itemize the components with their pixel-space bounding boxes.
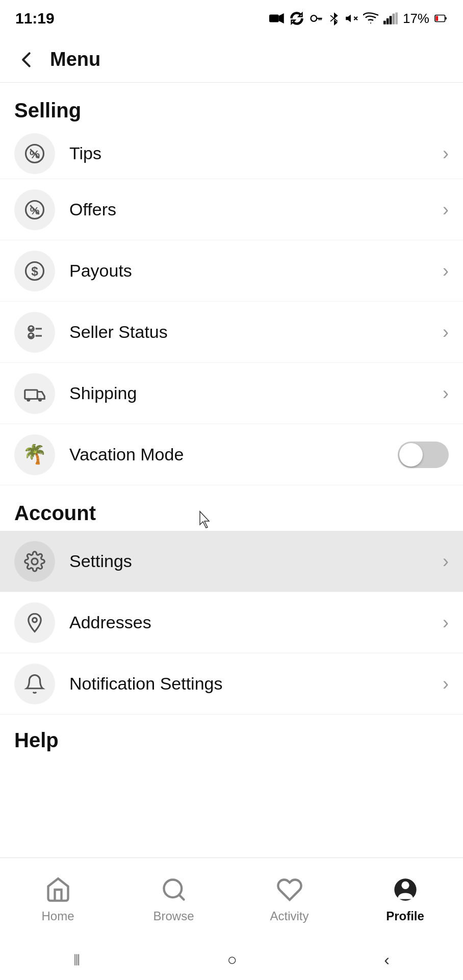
- wifi-icon: [363, 11, 378, 26]
- settings-icon-circle: [14, 541, 55, 582]
- browse-icon: [159, 874, 189, 905]
- home-label: Home: [41, 909, 74, 923]
- menu-item-settings[interactable]: Settings ›: [0, 531, 463, 592]
- svg-rect-18: [436, 16, 438, 21]
- nav-item-home[interactable]: Home: [0, 874, 116, 923]
- offers-icon: %: [24, 199, 45, 220]
- status-bar: 11:19 17%: [0, 0, 463, 37]
- help-section-header: Help: [0, 715, 463, 752]
- refresh-icon: [290, 11, 304, 26]
- key-icon: [309, 11, 323, 26]
- header: Menu: [0, 37, 463, 83]
- home-icon: [43, 874, 73, 905]
- status-icons: 17%: [269, 11, 448, 27]
- bottom-nav: Home Browse Activity Profile: [0, 857, 463, 939]
- svg-marker-8: [346, 14, 351, 22]
- settings-label: Settings: [69, 551, 443, 571]
- svg-rect-31: [25, 390, 38, 399]
- notification-settings-chevron: ›: [443, 673, 449, 695]
- payouts-chevron: ›: [443, 260, 449, 282]
- back-arrow-icon: [17, 50, 37, 69]
- offers-icon-circle: %: [14, 189, 55, 230]
- menu-item-addresses[interactable]: Addresses ›: [0, 592, 463, 653]
- browse-label: Browse: [153, 909, 194, 923]
- svg-rect-12: [387, 18, 389, 24]
- svg-line-38: [179, 895, 184, 899]
- addresses-label: Addresses: [69, 612, 443, 632]
- svg-marker-1: [279, 13, 284, 23]
- notification-settings-icon-circle: [14, 664, 55, 704]
- bluetooth-icon: [328, 11, 340, 26]
- mute-icon: [345, 11, 358, 26]
- profile-label: Profile: [386, 909, 424, 923]
- svg-rect-0: [269, 15, 279, 22]
- profile-icon: [390, 874, 421, 905]
- settings-chevron: ›: [443, 551, 449, 572]
- seller-status-label: Seller Status: [69, 322, 443, 342]
- nav-item-activity[interactable]: Activity: [232, 874, 347, 923]
- svg-point-2: [311, 15, 317, 21]
- svg-text:🌴: 🌴: [24, 444, 45, 465]
- android-home-button[interactable]: ○: [227, 950, 237, 969]
- tips-icon-circle: %: [14, 133, 55, 174]
- shipping-icon-circle: [14, 373, 55, 414]
- nav-item-browse[interactable]: Browse: [116, 874, 232, 923]
- vacation-mode-icon-circle: 🌴: [14, 434, 55, 475]
- svg-rect-17: [445, 17, 447, 19]
- selling-section-header: Selling: [0, 83, 463, 128]
- svg-point-33: [38, 398, 42, 401]
- menu-item-tips[interactable]: % Tips ›: [0, 128, 463, 179]
- status-time: 11:19: [15, 10, 55, 27]
- menu-title: Menu: [50, 48, 100, 70]
- activity-label: Activity: [270, 909, 308, 923]
- svg-rect-11: [383, 21, 386, 24]
- seller-status-chevron: ›: [443, 322, 449, 343]
- menu-item-notification-settings[interactable]: Notification Settings ›: [0, 653, 463, 715]
- seller-status-icon: [24, 322, 45, 343]
- android-nav-bar: ⦀ ○ ‹: [0, 939, 463, 980]
- menu-item-shipping[interactable]: Shipping ›: [0, 363, 463, 424]
- video-icon: [269, 12, 285, 24]
- menu-item-payouts[interactable]: $ Payouts ›: [0, 240, 463, 302]
- main-content: Selling % Tips › % Offers ›: [0, 83, 463, 857]
- account-section-header: Account: [0, 485, 463, 531]
- tips-chevron: ›: [443, 143, 449, 164]
- toggle-knob: [399, 443, 423, 467]
- svg-point-35: [32, 558, 38, 564]
- addresses-chevron: ›: [443, 612, 449, 633]
- menu-item-vacation-mode[interactable]: 🌴 Vacation Mode: [0, 424, 463, 485]
- shipping-chevron: ›: [443, 383, 449, 404]
- signal-icon: [383, 11, 398, 26]
- svg-rect-15: [395, 12, 398, 24]
- svg-point-36: [33, 618, 37, 622]
- menu-item-seller-status[interactable]: Seller Status ›: [0, 302, 463, 363]
- offers-label: Offers: [69, 200, 443, 219]
- tips-icon: %: [24, 143, 45, 164]
- svg-rect-14: [392, 14, 395, 24]
- settings-icon: [24, 551, 45, 572]
- battery-text: 17%: [403, 11, 429, 27]
- shipping-icon: [24, 383, 45, 404]
- notification-settings-icon: [24, 673, 45, 695]
- svg-point-32: [27, 398, 30, 401]
- menu-item-offers[interactable]: % Offers ›: [0, 179, 463, 240]
- payouts-label: Payouts: [69, 261, 443, 281]
- vacation-mode-toggle[interactable]: [398, 442, 449, 468]
- android-recent-button[interactable]: ⦀: [73, 950, 80, 969]
- svg-text:$: $: [31, 264, 38, 278]
- battery-icon: [434, 12, 448, 25]
- addresses-icon-circle: [14, 602, 55, 643]
- nav-item-profile[interactable]: Profile: [347, 874, 463, 923]
- offers-chevron: ›: [443, 199, 449, 220]
- addresses-icon: [24, 612, 45, 633]
- vacation-mode-icon: 🌴: [24, 444, 45, 465]
- tips-label: Tips: [69, 143, 443, 163]
- activity-icon: [274, 874, 305, 905]
- seller-status-icon-circle: [14, 312, 55, 353]
- android-back-button[interactable]: ‹: [384, 950, 390, 969]
- payouts-icon-circle: $: [14, 251, 55, 291]
- svg-rect-13: [390, 16, 392, 24]
- notification-settings-label: Notification Settings: [69, 674, 443, 694]
- shipping-label: Shipping: [69, 383, 443, 403]
- back-button[interactable]: [14, 47, 40, 72]
